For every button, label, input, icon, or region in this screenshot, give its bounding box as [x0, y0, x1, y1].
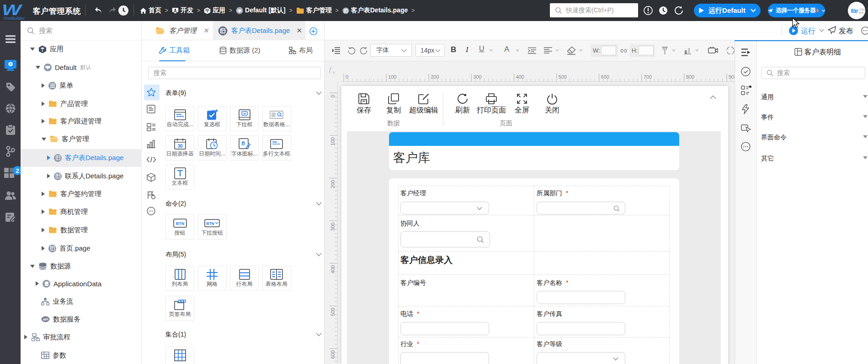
svg-text:2: 2 [16, 167, 19, 174]
svg-text:100: 100 [388, 74, 396, 80]
svg-text:700: 700 [644, 74, 652, 80]
svg-text:BTN: BTN [206, 221, 214, 226]
svg-text:30: 30 [177, 143, 183, 148]
svg-text:OneBuilder: OneBuilder [3, 16, 25, 20]
svg-text:600: 600 [330, 350, 335, 359]
svg-text:600: 600 [601, 74, 609, 80]
svg-text:fi: fi [241, 140, 245, 147]
svg-text:800: 800 [686, 74, 694, 80]
svg-text:300: 300 [473, 74, 481, 80]
svg-text:500: 500 [559, 74, 567, 80]
svg-text:科技: 科技 [859, 11, 864, 14]
svg-text:200: 200 [431, 74, 439, 80]
svg-text:400: 400 [330, 265, 335, 273]
svg-text:900: 900 [729, 74, 735, 80]
svg-text:x: x [333, 70, 335, 75]
svg-text:200: 200 [330, 180, 335, 188]
svg-text:f: f [329, 66, 332, 73]
svg-text:400: 400 [516, 74, 524, 80]
svg-text:100: 100 [330, 137, 335, 145]
svg-text:万联网: 万联网 [859, 8, 865, 11]
svg-text:300: 300 [330, 223, 335, 231]
svg-text:500: 500 [330, 308, 335, 316]
svg-text:API: API [43, 318, 48, 321]
svg-text:BTN: BTN [176, 221, 184, 226]
